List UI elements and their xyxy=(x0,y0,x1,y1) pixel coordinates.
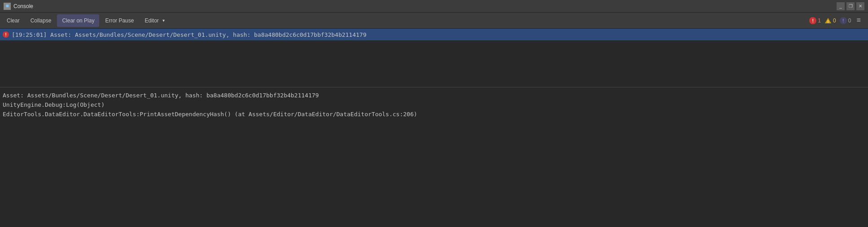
detail-area: Asset: Assets/Bundles/Scene/Desert/Deser… xyxy=(0,87,868,227)
log-error-icon: ! xyxy=(2,31,10,39)
editor-dropdown-button[interactable]: Editor ▾ xyxy=(140,14,169,27)
clear-button[interactable]: Clear xyxy=(2,14,25,27)
menu-icon[interactable]: ≡ xyxy=(855,17,863,25)
toolbar-left: Clear Collapse Clear on Play Error Pause… xyxy=(2,14,170,27)
svg-text:!: ! xyxy=(828,19,829,24)
log-area: ! [19:25:01] Asset: Assets/Bundles/Scene… xyxy=(0,29,868,227)
title-bar: ■ Console _ ❐ ✕ xyxy=(0,0,868,13)
log-list: ! [19:25:01] Asset: Assets/Bundles/Scene… xyxy=(0,29,868,87)
toolbar-right: ! 1 ! 0 ! 0 ≡ xyxy=(809,17,866,25)
detail-line-3: EditorTools.DataEditor.DataEditorTools:P… xyxy=(3,110,865,119)
collapse-button[interactable]: Collapse xyxy=(26,14,57,27)
restore-button[interactable]: ❐ xyxy=(846,2,855,10)
info-icon: ! xyxy=(840,17,847,24)
window-controls: _ ❐ ✕ xyxy=(837,2,864,10)
console-window: ■ Console _ ❐ ✕ Clear Collapse Clear on … xyxy=(0,0,868,227)
log-item[interactable]: ! [19:25:01] Asset: Assets/Bundles/Scene… xyxy=(0,29,868,40)
info-count: 0 xyxy=(848,17,851,24)
error-count: 1 xyxy=(818,17,821,24)
warn-icon: ! xyxy=(824,17,832,24)
console-icon: ■ xyxy=(4,3,11,10)
clear-on-play-button[interactable]: Clear on Play xyxy=(57,14,99,27)
window-title: Console xyxy=(13,3,33,9)
log-item-text: [19:25:01] Asset: Assets/Bundles/Scene/D… xyxy=(12,31,367,38)
info-badge[interactable]: ! 0 xyxy=(840,17,851,24)
editor-label: Editor xyxy=(145,17,158,24)
editor-chevron-icon: ▾ xyxy=(162,18,165,23)
warn-badge[interactable]: ! 0 xyxy=(824,17,836,24)
error-pause-button[interactable]: Error Pause xyxy=(100,14,139,27)
toolbar: Clear Collapse Clear on Play Error Pause… xyxy=(0,13,868,29)
detail-line-2: UnityEngine.Debug:Log(Object) xyxy=(3,100,865,110)
minimize-button[interactable]: _ xyxy=(837,2,845,10)
error-icon: ! xyxy=(809,17,816,24)
detail-line-1: Asset: Assets/Bundles/Scene/Desert/Deser… xyxy=(3,91,865,100)
close-button[interactable]: ✕ xyxy=(856,2,864,10)
error-badge[interactable]: ! 1 xyxy=(809,17,821,24)
warn-count: 0 xyxy=(833,17,836,24)
title-bar-left: ■ Console xyxy=(4,3,33,10)
